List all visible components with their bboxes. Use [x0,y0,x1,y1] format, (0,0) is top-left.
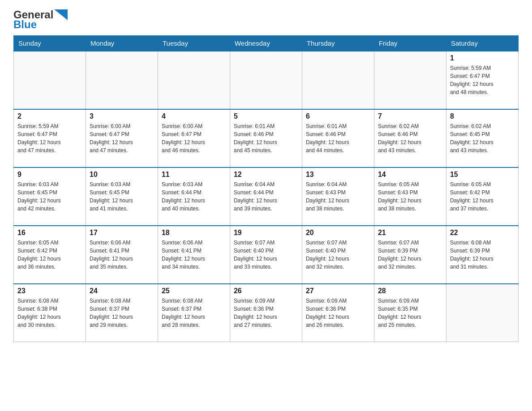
day-header-thursday: Thursday [302,35,374,51]
calendar-cell: 27Sunrise: 6:09 AMSunset: 6:36 PMDayligh… [302,284,374,342]
day-number: 21 [378,229,442,237]
day-number: 23 [17,287,82,295]
calendar-cell [230,51,302,109]
day-number: 14 [378,171,442,179]
calendar-cell: 24Sunrise: 6:08 AMSunset: 6:37 PMDayligh… [86,284,158,342]
day-number: 7 [378,112,442,120]
calendar-cell: 18Sunrise: 6:06 AMSunset: 6:41 PMDayligh… [158,226,230,284]
calendar-cell [86,51,158,109]
calendar-cell: 16Sunrise: 6:05 AMSunset: 6:42 PMDayligh… [14,226,86,284]
day-info: Sunrise: 6:01 AMSunset: 6:46 PMDaylight:… [306,122,370,154]
day-info: Sunrise: 6:01 AMSunset: 6:46 PMDaylight:… [234,122,298,154]
day-number: 15 [450,171,515,179]
day-info: Sunrise: 6:06 AMSunset: 6:41 PMDaylight:… [90,239,154,271]
calendar-cell: 17Sunrise: 6:06 AMSunset: 6:41 PMDayligh… [86,226,158,284]
day-info: Sunrise: 6:00 AMSunset: 6:47 PMDaylight:… [90,122,154,154]
day-number: 17 [90,229,154,237]
calendar-cell: 9Sunrise: 6:03 AMSunset: 6:45 PMDaylight… [14,167,86,226]
day-info: Sunrise: 6:08 AMSunset: 6:38 PMDaylight:… [17,297,82,329]
calendar-cell [374,51,446,109]
day-info: Sunrise: 6:02 AMSunset: 6:46 PMDaylight:… [378,122,442,154]
day-number: 5 [234,112,298,120]
calendar-cell: 11Sunrise: 6:03 AMSunset: 6:44 PMDayligh… [158,167,230,226]
svg-marker-0 [54,9,68,20]
calendar-cell [302,51,374,109]
day-number: 27 [306,287,370,295]
day-info: Sunrise: 6:09 AMSunset: 6:36 PMDaylight:… [234,297,298,329]
calendar-cell [446,284,518,342]
calendar-cell: 8Sunrise: 6:02 AMSunset: 6:45 PMDaylight… [446,109,518,167]
day-number: 12 [234,171,298,179]
day-number: 1 [450,54,515,62]
calendar-cell: 22Sunrise: 6:08 AMSunset: 6:39 PMDayligh… [446,226,518,284]
calendar-cell: 21Sunrise: 6:07 AMSunset: 6:39 PMDayligh… [374,226,446,284]
calendar-cell: 25Sunrise: 6:08 AMSunset: 6:37 PMDayligh… [158,284,230,342]
calendar-cell: 7Sunrise: 6:02 AMSunset: 6:46 PMDaylight… [374,109,446,167]
day-number: 9 [17,171,82,179]
week-row-3: 9Sunrise: 6:03 AMSunset: 6:45 PMDaylight… [14,167,519,226]
day-info: Sunrise: 6:03 AMSunset: 6:45 PMDaylight:… [17,180,82,213]
day-number: 3 [90,112,154,120]
calendar-cell: 5Sunrise: 6:01 AMSunset: 6:46 PMDaylight… [230,109,302,167]
day-info: Sunrise: 6:05 AMSunset: 6:42 PMDaylight:… [450,180,515,213]
day-header-tuesday: Tuesday [158,35,230,51]
page-header: General Blue [13,9,519,31]
calendar-cell: 26Sunrise: 6:09 AMSunset: 6:36 PMDayligh… [230,284,302,342]
day-info: Sunrise: 6:02 AMSunset: 6:45 PMDaylight:… [450,122,515,154]
day-header-saturday: Saturday [446,35,518,51]
day-header-monday: Monday [86,35,158,51]
logo-content: General Blue [13,9,68,31]
day-number: 20 [306,229,370,237]
calendar-cell: 13Sunrise: 6:04 AMSunset: 6:43 PMDayligh… [302,167,374,226]
day-number: 28 [378,287,442,295]
day-info: Sunrise: 5:59 AMSunset: 6:47 PMDaylight:… [450,64,515,96]
day-header-friday: Friday [374,35,446,51]
calendar-table: SundayMondayTuesdayWednesdayThursdayFrid… [13,35,519,342]
day-number: 19 [234,229,298,237]
logo: General Blue [13,9,68,31]
week-row-1: 1Sunrise: 5:59 AMSunset: 6:47 PMDaylight… [14,51,519,109]
calendar-cell: 2Sunrise: 5:59 AMSunset: 6:47 PMDaylight… [14,109,86,167]
calendar-header-row: SundayMondayTuesdayWednesdayThursdayFrid… [14,35,519,51]
day-info: Sunrise: 5:59 AMSunset: 6:47 PMDaylight:… [17,122,82,154]
calendar-cell: 15Sunrise: 6:05 AMSunset: 6:42 PMDayligh… [446,167,518,226]
day-info: Sunrise: 6:07 AMSunset: 6:39 PMDaylight:… [378,239,442,271]
day-info: Sunrise: 6:08 AMSunset: 6:37 PMDaylight:… [162,297,226,329]
day-info: Sunrise: 6:03 AMSunset: 6:45 PMDaylight:… [90,180,154,213]
week-row-5: 23Sunrise: 6:08 AMSunset: 6:38 PMDayligh… [14,284,519,342]
calendar-cell: 10Sunrise: 6:03 AMSunset: 6:45 PMDayligh… [86,167,158,226]
day-number: 18 [162,229,226,237]
day-info: Sunrise: 6:05 AMSunset: 6:43 PMDaylight:… [378,180,442,213]
day-number: 16 [17,229,82,237]
day-number: 10 [90,171,154,179]
day-number: 26 [234,287,298,295]
day-info: Sunrise: 6:08 AMSunset: 6:39 PMDaylight:… [450,239,515,271]
day-info: Sunrise: 6:09 AMSunset: 6:36 PMDaylight:… [306,297,370,329]
day-number: 11 [162,171,226,179]
day-info: Sunrise: 6:06 AMSunset: 6:41 PMDaylight:… [162,239,226,271]
day-header-wednesday: Wednesday [230,35,302,51]
day-number: 22 [450,229,515,237]
calendar-cell: 23Sunrise: 6:08 AMSunset: 6:38 PMDayligh… [14,284,86,342]
calendar-cell: 19Sunrise: 6:07 AMSunset: 6:40 PMDayligh… [230,226,302,284]
calendar-cell: 28Sunrise: 6:09 AMSunset: 6:35 PMDayligh… [374,284,446,342]
day-info: Sunrise: 6:07 AMSunset: 6:40 PMDaylight:… [306,239,370,271]
calendar-cell: 3Sunrise: 6:00 AMSunset: 6:47 PMDaylight… [86,109,158,167]
day-info: Sunrise: 6:00 AMSunset: 6:47 PMDaylight:… [162,122,226,154]
logo-triangle-icon [54,9,68,20]
calendar-cell: 1Sunrise: 5:59 AMSunset: 6:47 PMDaylight… [446,51,518,109]
week-row-2: 2Sunrise: 5:59 AMSunset: 6:47 PMDaylight… [14,109,519,167]
day-number: 25 [162,287,226,295]
day-info: Sunrise: 6:09 AMSunset: 6:35 PMDaylight:… [378,297,442,329]
day-info: Sunrise: 6:03 AMSunset: 6:44 PMDaylight:… [162,180,226,213]
day-number: 6 [306,112,370,120]
week-row-4: 16Sunrise: 6:05 AMSunset: 6:42 PMDayligh… [14,226,519,284]
calendar-cell [14,51,86,109]
day-info: Sunrise: 6:04 AMSunset: 6:44 PMDaylight:… [234,180,298,213]
day-info: Sunrise: 6:05 AMSunset: 6:42 PMDaylight:… [17,239,82,271]
calendar-cell: 12Sunrise: 6:04 AMSunset: 6:44 PMDayligh… [230,167,302,226]
calendar-cell [158,51,230,109]
day-info: Sunrise: 6:08 AMSunset: 6:37 PMDaylight:… [90,297,154,329]
day-info: Sunrise: 6:04 AMSunset: 6:43 PMDaylight:… [306,180,370,213]
calendar-cell: 4Sunrise: 6:00 AMSunset: 6:47 PMDaylight… [158,109,230,167]
